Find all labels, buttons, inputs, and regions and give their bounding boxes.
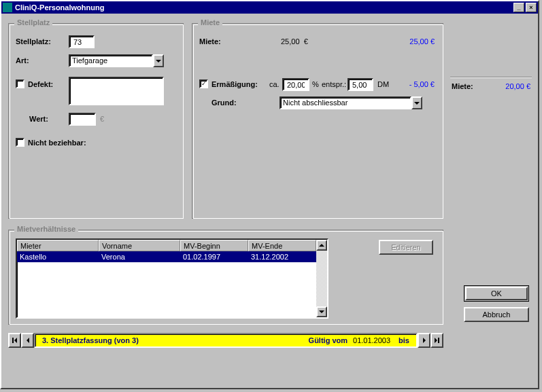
- scroll-down-button[interactable]: [316, 306, 327, 317]
- cell-ende: 31.12.2002: [248, 251, 316, 262]
- chevron-right-icon: [423, 338, 426, 343]
- value-total-miete: 20,00 €: [492, 82, 530, 90]
- combo-grund[interactable]: Nicht abschliessbar: [280, 96, 422, 109]
- chevron-down-icon: [156, 60, 161, 63]
- label-total-miete: Miete:: [452, 82, 473, 90]
- abbruch-button[interactable]: Abbruch: [464, 307, 529, 322]
- checkbox-ermaessigung-box: ✓: [199, 79, 208, 88]
- legend-stellplatz: Stellplatz: [14, 18, 52, 26]
- nav-prev-button[interactable]: [21, 333, 34, 348]
- input-erm-abs[interactable]: [348, 78, 373, 91]
- legend-miete: Miete: [198, 18, 222, 26]
- abbruch-label: Abbruch: [483, 310, 511, 319]
- listbox-content: Mieter Vorname MV-Beginn MV-Ende Kastell…: [17, 240, 316, 317]
- label-stellplatz: Stellplatz:: [16, 37, 51, 46]
- table-row[interactable]: Kastello Verona 01.02.1997 31.12.2002: [17, 251, 316, 262]
- nav-next-button[interactable]: [418, 333, 430, 348]
- editieren-label: Editieren: [391, 243, 420, 251]
- legend-mietverhaeltnisse: Mietverhältnisse: [14, 225, 78, 233]
- record-navigator: 3. Stellplatzfassung (von 3) Gültig vom …: [8, 333, 443, 348]
- label-wert-currency: €: [100, 115, 104, 123]
- titlebar: CliniQ-Personalwohnung _ ×: [1, 1, 538, 14]
- combo-art[interactable]: Tiefgarage: [69, 54, 164, 67]
- nav-banner: 3. Stellplatzfassung (von 3) Gültig vom …: [34, 333, 418, 348]
- cell-mieter: Kastello: [17, 251, 99, 262]
- nav-bis-label: bis: [399, 336, 409, 344]
- window-title: CliniQ-Personalwohnung: [15, 3, 104, 12]
- input-erm-pct[interactable]: [282, 78, 309, 91]
- nav-banner-text: 3. Stellplatzfassung (von 3): [42, 336, 139, 344]
- editieren-button[interactable]: Editieren: [379, 240, 433, 255]
- scroll-track[interactable]: [316, 251, 327, 306]
- chevron-down-icon: [319, 310, 324, 313]
- cell-beginn: 01.02.1997: [180, 251, 248, 262]
- nav-gueltig-vom-label: Gültig vom: [309, 336, 348, 344]
- label-nicht-beziehbar: Nicht beziehbar:: [28, 139, 86, 147]
- label-wert: Wert:: [29, 115, 48, 123]
- col-vorname[interactable]: Vorname: [99, 240, 180, 251]
- label-miete: Miete:: [199, 37, 221, 46]
- close-button[interactable]: ×: [526, 3, 537, 12]
- label-abs-unit: DM: [377, 80, 389, 88]
- label-grund: Grund:: [211, 99, 237, 107]
- input-stellplatz[interactable]: [69, 35, 95, 48]
- input-wert[interactable]: [69, 113, 96, 126]
- value-miete-calc: 25,00 €: [390, 37, 435, 46]
- col-mieter[interactable]: Mieter: [17, 240, 99, 251]
- value-miete-amount: 25,00 €: [281, 37, 308, 46]
- combo-art-text: Tiefgarage: [69, 54, 153, 67]
- label-entspr: entspr.:: [322, 80, 346, 88]
- chevron-down-icon: [414, 102, 420, 105]
- list-header: Mieter Vorname MV-Beginn MV-Ende: [17, 240, 316, 251]
- scroll-up-button[interactable]: [316, 240, 327, 251]
- textarea-defekt[interactable]: [69, 77, 164, 105]
- label-art: Art:: [16, 56, 29, 65]
- nav-first-button[interactable]: [8, 333, 21, 348]
- label-defekt: Defekt:: [28, 80, 53, 88]
- nav-gueltig-vom-value: 01.01.2003: [353, 336, 390, 344]
- label-ca: ca.: [269, 80, 280, 88]
- chevron-left-icon: [27, 338, 29, 343]
- checkbox-ermaessigung[interactable]: ✓ Ermäßigung:: [199, 79, 258, 88]
- chevron-up-icon: [319, 244, 324, 247]
- combo-grund-button[interactable]: [411, 96, 422, 109]
- ok-label: OK: [491, 289, 502, 298]
- label-pct-unit: %: [312, 80, 319, 88]
- checkbox-nicht-beziehbar-box: [16, 138, 24, 147]
- col-ende[interactable]: MV-Ende: [248, 240, 316, 251]
- combo-grund-text: Nicht abschliessbar: [280, 96, 411, 109]
- value-erm-calc: - 5,00 €: [390, 80, 435, 88]
- group-stellplatz: Stellplatz Stellplatz: Art: Tiefgarage D…: [8, 23, 184, 219]
- checkbox-defekt[interactable]: Defekt:: [16, 79, 53, 88]
- combo-art-button[interactable]: [153, 54, 164, 67]
- col-beginn[interactable]: MV-Beginn: [180, 240, 248, 251]
- label-ermaessigung: Ermäßigung:: [211, 80, 258, 88]
- listbox-mietverhaeltnisse[interactable]: Mieter Vorname MV-Beginn MV-Ende Kastell…: [16, 238, 328, 319]
- scrollbar-vertical[interactable]: [316, 240, 327, 317]
- separator-total: [450, 77, 532, 78]
- group-mietverhaeltnisse: Mietverhältnisse Mieter Vorname MV-Begin…: [8, 230, 443, 325]
- client-area: Stellplatz Stellplatz: Art: Tiefgarage D…: [1, 14, 538, 388]
- ok-button[interactable]: OK: [464, 285, 529, 302]
- cell-vorname: Verona: [99, 251, 180, 262]
- nav-last-button[interactable]: [430, 333, 443, 348]
- group-miete: Miete Miete: 25,00 € 25,00 € ✓ Ermäßigun…: [192, 23, 443, 219]
- checkbox-nicht-beziehbar[interactable]: Nicht beziehbar:: [16, 138, 86, 147]
- app-icon: [3, 3, 12, 12]
- minimize-button[interactable]: _: [513, 3, 524, 12]
- main-window: CliniQ-Personalwohnung _ × Stellplatz St…: [0, 0, 539, 389]
- checkbox-defekt-box: [16, 79, 24, 88]
